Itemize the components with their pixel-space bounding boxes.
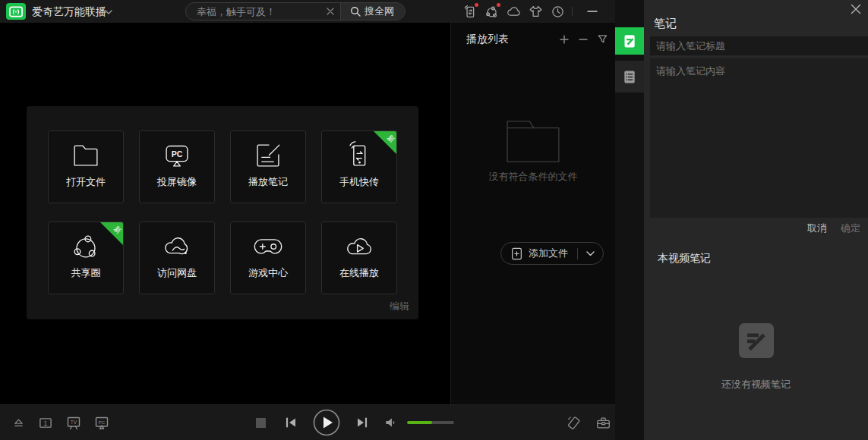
play-button[interactable] (313, 409, 340, 436)
cloud-play-icon (342, 229, 377, 264)
next-button[interactable] (355, 416, 369, 429)
stop-button[interactable] (256, 418, 266, 428)
button-divider (577, 248, 578, 259)
search-button[interactable]: 搜全网 (340, 3, 405, 20)
playlist-tools (560, 34, 608, 44)
speed-1-icon[interactable]: 1 (38, 416, 53, 430)
notes-empty-text: 还没有视频笔记 (721, 378, 791, 391)
tile-label: 播放笔记 (248, 175, 288, 189)
eject-icon[interactable] (12, 416, 25, 429)
tile-online-play[interactable]: 在线播放 (321, 222, 397, 294)
note-content-input[interactable] (650, 58, 868, 218)
previous-button[interactable] (284, 416, 298, 429)
app-window: 爱奇艺万能联播 搜全网 (0, 0, 868, 440)
player-left-tools: 1 TV PC (12, 405, 109, 440)
filter-icon[interactable] (598, 34, 608, 44)
empty-folder-icon (504, 118, 562, 164)
pc-mirror-icon[interactable]: PC (94, 415, 109, 430)
close-icon[interactable] (851, 4, 861, 14)
notes-panel: 笔记 取消 确定 本视频笔记 还没有视频笔记 (644, 0, 868, 440)
remove-icon[interactable] (579, 35, 588, 44)
phone-transfer-icon[interactable] (462, 3, 477, 20)
skin-icon[interactable] (529, 3, 543, 20)
playlist-panel: 播放列表 没有符合条件的文件 添加文件 (450, 23, 615, 404)
tile-label: 游戏中心 (248, 266, 288, 280)
playlist-title: 播放列表 (466, 33, 509, 46)
svg-text:PC: PC (99, 420, 106, 425)
folder-icon (68, 138, 103, 173)
share-circle-icon (68, 229, 103, 264)
tile-label: 共享圈 (71, 266, 101, 280)
volume-icon[interactable] (384, 416, 397, 429)
feature-grid-panel: 打开文件 PC 投屏镜像 播放笔记 新 (27, 106, 418, 319)
volume-slider[interactable] (407, 421, 454, 424)
volume-fill (407, 421, 432, 424)
app-logo-icon (6, 3, 26, 20)
tab-playlist[interactable] (615, 61, 644, 93)
note-edit-icon (251, 138, 286, 173)
chevron-down-icon[interactable] (105, 10, 112, 14)
note-form-buttons: 取消 确定 (807, 222, 860, 235)
video-area: 打开文件 PC 投屏镜像 播放笔记 新 (0, 23, 450, 404)
confirm-button[interactable]: 确定 (841, 222, 860, 235)
player-right-tools (566, 405, 611, 440)
tile-label: 访问网盘 (157, 266, 197, 280)
tile-share-circle[interactable]: 新 共享圈 (48, 222, 124, 294)
tile-play-notes[interactable]: 播放笔记 (230, 130, 306, 203)
tile-label: 打开文件 (66, 175, 106, 189)
video-notes-section-title: 本视频笔记 (658, 252, 711, 266)
tile-label: 手机快传 (339, 175, 379, 189)
titlebar-icons (462, 0, 565, 23)
note-icon (622, 33, 638, 49)
clear-search-icon[interactable] (320, 8, 340, 15)
search-box: 搜全网 (185, 2, 406, 20)
player-bar: 1 TV PC (0, 404, 615, 440)
tile-game-center[interactable]: 游戏中心 (230, 222, 306, 294)
add-icon[interactable] (560, 35, 569, 44)
phone-connect-icon[interactable] (566, 415, 582, 431)
player-controls (256, 405, 454, 440)
toolbox-icon[interactable] (595, 415, 611, 430)
svg-text:1: 1 (44, 419, 48, 426)
note-title-input[interactable] (650, 36, 868, 55)
gamepad-icon (251, 229, 286, 264)
cloud-disk-icon[interactable] (507, 3, 521, 20)
tv-cast-icon[interactable]: TV (66, 415, 81, 430)
side-tabstrip (615, 0, 644, 440)
svg-text:PC: PC (172, 149, 183, 159)
list-icon (622, 69, 637, 85)
chevron-down-icon[interactable] (586, 251, 595, 256)
app-title: 爱奇艺万能联播 (32, 0, 106, 23)
history-icon[interactable] (551, 3, 565, 20)
cancel-button[interactable]: 取消 (807, 222, 827, 235)
search-icon (350, 6, 361, 17)
new-badge: 新 (100, 222, 123, 245)
edit-grid-button[interactable]: 编辑 (390, 300, 409, 313)
new-badge: 新 (374, 131, 396, 154)
tile-screen-mirror[interactable]: PC 投屏镜像 (139, 130, 215, 203)
tile-cloud-disk[interactable]: 访问网盘 (139, 222, 215, 294)
tile-open-file[interactable]: 打开文件 (48, 130, 124, 203)
add-file-label: 添加文件 (529, 247, 568, 260)
notes-panel-title: 笔记 (654, 17, 677, 31)
notification-dot (497, 3, 500, 7)
minimize-button[interactable] (585, 0, 600, 23)
pc-mirror-icon: PC (159, 138, 194, 173)
tile-label: 投屏镜像 (157, 175, 197, 189)
empty-note-icon (739, 323, 774, 358)
titlebar: 爱奇艺万能联播 搜全网 (0, 0, 615, 23)
notes-empty-state: 还没有视频笔记 (644, 323, 868, 391)
playlist-empty-state: 没有符合条件的文件 (451, 118, 615, 184)
share-circle-icon[interactable] (485, 3, 499, 20)
tile-phone-fast-transfer[interactable]: 新 手机快传 (321, 130, 397, 203)
tile-label: 在线播放 (339, 266, 379, 280)
cloud-disk-icon (159, 229, 194, 264)
titlebar-divider (572, 7, 573, 16)
file-plus-icon (511, 247, 522, 260)
tab-notes[interactable] (615, 27, 644, 55)
playlist-empty-text: 没有符合条件的文件 (489, 170, 578, 184)
add-file-button[interactable]: 添加文件 (500, 242, 604, 265)
search-button-label: 搜全网 (365, 5, 394, 18)
phone-transfer-icon (342, 138, 377, 173)
search-input[interactable] (186, 6, 320, 17)
